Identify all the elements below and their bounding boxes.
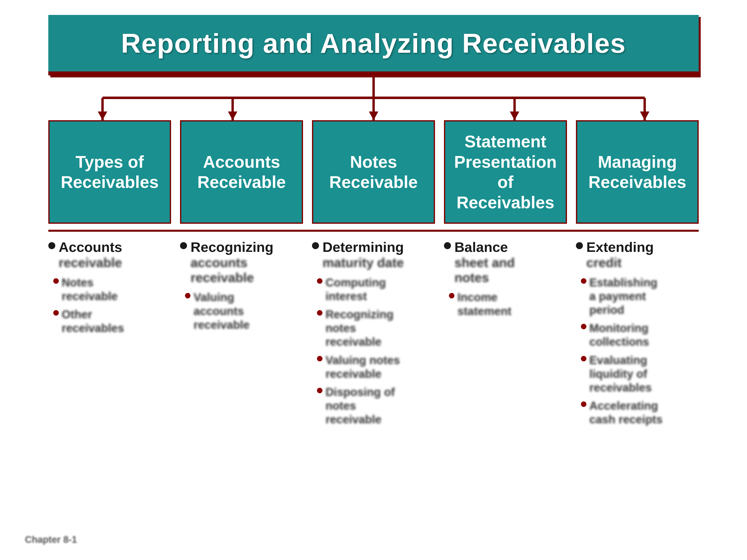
sub-bullet-valuing-ar: Valuingaccountsreceivable bbox=[185, 290, 303, 332]
sub-dot-1 bbox=[53, 278, 59, 284]
sub-bullet-establishing: Establishinga paymentperiod bbox=[581, 276, 699, 317]
bullet-dot-5 bbox=[576, 242, 583, 249]
sub-dot-2 bbox=[53, 310, 59, 316]
sub-dot-4 bbox=[317, 278, 323, 284]
sub-dot-11 bbox=[581, 356, 586, 362]
sub-bullet-evaluating: Evaluatingliquidity ofreceivables bbox=[581, 353, 699, 395]
bullet-text-1: Accounts receivable bbox=[59, 239, 122, 270]
bullet-dot-1 bbox=[48, 242, 55, 249]
bullets-row: Accounts receivable Notesreceivable Othe… bbox=[48, 239, 699, 431]
svg-marker-8 bbox=[228, 111, 237, 120]
bullet-text-3: Determining maturity date bbox=[323, 239, 404, 270]
sub-bullet-notes-rec: Notesreceivable bbox=[53, 276, 171, 303]
bullet-col-types: Accounts receivable Notesreceivable Othe… bbox=[48, 239, 171, 340]
sub-bullet-disposing: Disposing ofnotesreceivable bbox=[317, 385, 435, 427]
sub-bullet-computing: Computinginterest bbox=[317, 276, 435, 303]
connector-svg bbox=[48, 75, 699, 120]
svg-marker-11 bbox=[640, 111, 649, 120]
bullet-col-statement: Balance sheet andnotes Incomestatement bbox=[444, 239, 567, 322]
bullet-item-extending: Extending credit bbox=[576, 239, 699, 270]
connector-area bbox=[48, 75, 699, 120]
sub-bullet-accelerating: Acceleratingcash receipts bbox=[581, 399, 699, 426]
sub-dot-3 bbox=[185, 293, 190, 298]
sub-dot-7 bbox=[317, 388, 323, 393]
bullet-col-notes: Determining maturity date Computinginter… bbox=[312, 239, 435, 431]
categories-row: Types ofReceivables AccountsReceivable N… bbox=[48, 120, 699, 224]
sub-dot-8 bbox=[449, 293, 455, 298]
slide: Reporting and Analyzing Receivables Type… bbox=[0, 0, 747, 560]
sub-bullet-monitoring: Monitoringcollections bbox=[581, 321, 699, 349]
svg-marker-9 bbox=[369, 111, 378, 120]
category-managing[interactable]: ManagingReceivables bbox=[576, 120, 699, 224]
category-types-label: Types ofReceivables bbox=[61, 152, 159, 192]
category-notes[interactable]: NotesReceivable bbox=[312, 120, 435, 224]
category-accounts[interactable]: AccountsReceivable bbox=[180, 120, 303, 224]
sub-bullet-income: Incomestatement bbox=[449, 290, 567, 318]
divider-line bbox=[48, 230, 699, 232]
svg-marker-7 bbox=[98, 111, 107, 120]
category-notes-label: NotesReceivable bbox=[329, 152, 418, 192]
category-types[interactable]: Types ofReceivables bbox=[48, 120, 171, 224]
category-statement-label: StatementPresentation ofReceivables bbox=[450, 131, 561, 213]
sub-dot-5 bbox=[317, 310, 323, 316]
bullet-col-accounts: Recognizing accountsreceivable Valuingac… bbox=[180, 239, 303, 336]
bullet-text-4: Balance sheet andnotes bbox=[455, 239, 515, 285]
bullet-item-recognizing: Recognizing accountsreceivable bbox=[180, 239, 303, 285]
sub-dot-12 bbox=[581, 401, 586, 407]
sub-bullet-other-rec: Otherreceivables bbox=[53, 308, 171, 335]
bullet-dot-4 bbox=[444, 242, 451, 249]
category-statement[interactable]: StatementPresentation ofReceivables bbox=[444, 120, 567, 224]
sub-dot-10 bbox=[581, 324, 586, 329]
bullet-dot-2 bbox=[180, 242, 187, 249]
sub-dot-6 bbox=[317, 356, 323, 362]
bullet-item-balance: Balance sheet andnotes bbox=[444, 239, 567, 285]
bullet-text-2: Recognizing accountsreceivable bbox=[190, 239, 274, 285]
bullet-text-5: Extending credit bbox=[586, 239, 654, 270]
svg-marker-10 bbox=[510, 111, 519, 120]
sub-bullet-valuing-notes: Valuing notesreceivable bbox=[317, 353, 435, 381]
slide-title: Reporting and Analyzing Receivables bbox=[121, 28, 626, 58]
sub-bullet-recognizing-notes: Recognizingnotesreceivable bbox=[317, 308, 435, 349]
category-managing-label: ManagingReceivables bbox=[588, 152, 686, 192]
category-accounts-label: AccountsReceivable bbox=[198, 152, 286, 192]
chapter-label: Chapter 8-1 bbox=[25, 534, 77, 545]
bullet-dot-3 bbox=[312, 242, 319, 249]
bullet-col-managing: Extending credit Establishinga paymentpe… bbox=[576, 239, 699, 431]
sub-dot-9 bbox=[581, 278, 586, 284]
title-box: Reporting and Analyzing Receivables bbox=[48, 15, 699, 75]
bullet-item-accounts: Accounts receivable bbox=[48, 239, 171, 270]
bullet-item-determining: Determining maturity date bbox=[312, 239, 435, 270]
